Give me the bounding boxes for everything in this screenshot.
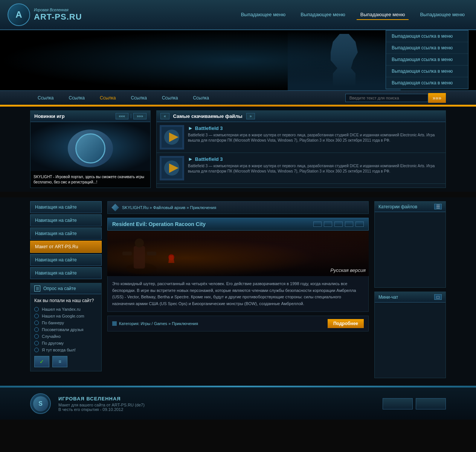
site-footer: S ИГРОВАЯ ВСЕЛЕННАЯ Макет для вашего сай… [0, 387, 476, 420]
left-nav-1[interactable]: Навигация на сайте [30, 201, 102, 213]
footer-line2: В честь его открытия - 09.10.2012 [58, 407, 375, 412]
sec-nav-4[interactable]: Ссылка [123, 90, 154, 105]
art-icon-1[interactable] [313, 221, 322, 227]
search-button[interactable]: »»» [428, 93, 446, 103]
poll-radio-2[interactable] [34, 314, 39, 318]
poll-icon: ☰ [34, 286, 40, 292]
poll-option-7: Я тут всегда был! [34, 348, 98, 352]
left-nav-6[interactable]: Навигация на сайте [30, 267, 102, 279]
nav-item-4[interactable]: Выпадающее меню [416, 10, 468, 20]
dropdown-item-4[interactable]: Выпадающая ссылка в меню [386, 66, 468, 77]
search-input[interactable] [345, 94, 428, 102]
poll-buttons: ✓ ≡ [34, 356, 98, 367]
secondary-nav: Ссылка Ссылка Ссылка Ссылка Ссылка Ссылк… [0, 90, 476, 105]
poll-vote-btn[interactable]: ✓ [34, 356, 49, 367]
files-section: Категории файлов ☰ [374, 201, 446, 288]
poll-radio-3[interactable] [34, 321, 39, 325]
sec-nav-2[interactable]: Ссылка [61, 90, 92, 105]
sec-nav-3[interactable]: Ссылка [92, 90, 123, 105]
nav-item-3[interactable]: Выпадающее меню [357, 10, 409, 20]
article-icons [313, 221, 364, 227]
art-icon-2[interactable] [324, 221, 332, 227]
art-icon-4[interactable] [345, 221, 353, 227]
center-article: SKYLIGHT.Ru » Файловый архив » Приключен… [107, 201, 369, 382]
new-games-next[interactable]: »»» [133, 113, 146, 119]
dl-arrow-2: ► [188, 156, 193, 162]
svg-point-10 [135, 238, 144, 247]
chat-body [375, 302, 445, 378]
dl-desc-2: Battlefield 3 — компьютерная игра в жанр… [188, 163, 442, 174]
dropdown-item-3[interactable]: Выпадающая ссылка в меню [386, 54, 468, 66]
new-games-prev[interactable]: ««« [116, 113, 129, 119]
poll-body: Как вы попали на наш сайт? Нашел на Yand… [31, 294, 101, 371]
left-nav-2[interactable]: Навигация на сайте [30, 214, 102, 226]
art-icon-5[interactable] [355, 221, 364, 227]
arrow-separator: | [130, 113, 131, 119]
game-thumb-inner [75, 133, 105, 163]
dl-name-2[interactable]: Battlefield 3 [195, 156, 223, 162]
chat-header: Мини-чат □ [375, 292, 445, 302]
sec-nav-1[interactable]: Ссылка [30, 90, 61, 105]
footer-buttons [383, 398, 446, 409]
new-games-title: Новинки игр [34, 113, 65, 119]
dropdown-item-2[interactable]: Выпадающая ссылка в меню [386, 42, 468, 54]
poll-results-btn[interactable]: ≡ [52, 356, 67, 367]
footer-line1: Макет для вашего сайта от ART-PS.RU (de7… [58, 403, 375, 407]
poll-label-6: По другому [42, 341, 64, 345]
download-item-2: ► Battlefield 3 Battlefield 3 — компьюте… [157, 153, 445, 184]
article-footer: Категория: Игры / Games » Приключения По… [107, 316, 369, 331]
dl-content-1: ► Battlefield 3 Battlefield 3 — компьюте… [188, 125, 442, 150]
breadcrumb: SKYLIGHT.Ru » Файловый архив » Приключен… [107, 201, 369, 214]
art-icon-3[interactable] [334, 221, 343, 227]
sec-nav-5[interactable]: Ссылка [154, 90, 185, 105]
svg-rect-12 [147, 252, 156, 255]
left-nav-3[interactable]: Навигация на сайте [30, 228, 102, 240]
files-body [375, 212, 445, 287]
poll-option-6: По другому [34, 341, 98, 345]
left-nav-4[interactable]: Макет от ART-PS.Ru [30, 241, 102, 253]
poll-radio-4[interactable] [34, 327, 39, 332]
nav-item-2[interactable]: Выпадающее меню [297, 10, 349, 20]
poll-list-icon: ≡ [58, 359, 61, 364]
poll-radio-6[interactable] [34, 341, 39, 345]
chat-title: Мини-чат [378, 295, 398, 300]
dropdown-item-5[interactable]: Выпадающая ссылка в меню [386, 77, 468, 89]
poll-radio-7[interactable] [34, 348, 39, 352]
poll-header: ☰ Опрос на сайте [31, 283, 101, 294]
downloads-next[interactable]: » [246, 113, 255, 119]
new-games-nav: ««« | »»» [116, 113, 147, 119]
chat-icon: □ [434, 294, 442, 300]
new-games-header: Новинки игр ««« | »»» [31, 111, 150, 122]
dropdown-item-1[interactable]: Выпадающая ссылка в меню [386, 31, 468, 42]
poll-option-5: Случайно [34, 334, 98, 339]
dl-title-1: ► Battlefield 3 [188, 125, 442, 131]
poll-label-1: Нашел на Yandex.ru [42, 307, 81, 312]
more-button[interactable]: Подробнее [328, 319, 364, 328]
sec-nav-6[interactable]: Ссылка [185, 90, 216, 105]
nav-item-1[interactable]: Выпадающее меню [237, 10, 290, 20]
poll-label-2: Нашел на Google.com [42, 314, 84, 318]
downloads-prev[interactable]: « [160, 113, 169, 119]
breadcrumb-text: SKYLIGHT.Ru » Файловый архив » Приключен… [122, 205, 216, 210]
poll-radio-5[interactable] [34, 334, 39, 339]
logo-area: A Игровая Вселенная ART-PS.RU [0, 3, 121, 26]
top-bar: A Игровая Вселенная ART-PS.RU Выпадающее… [0, 0, 476, 30]
footer-logo-inner: S [33, 396, 48, 411]
footer-title: ИГРОВАЯ ВСЕЛЕННАЯ [58, 396, 375, 402]
russian-version-badge: Русская версия [330, 267, 366, 273]
poll-radio-1[interactable] [34, 307, 39, 312]
dl-content-2: ► Battlefield 3 Battlefield 3 — компьюте… [188, 156, 442, 180]
hero-figure [288, 30, 401, 90]
game-thumbnail [31, 122, 150, 171]
poll-label-7: Я тут всегда был! [42, 348, 76, 352]
poll-label-4: Посоветовали друзья [42, 327, 83, 332]
dl-name-1[interactable]: Battlefield 3 [195, 125, 223, 131]
footer-btn-2[interactable] [416, 398, 446, 409]
right-sidebar: Категории файлов ☰ Мини-чат □ [374, 201, 446, 382]
footer-btn-1[interactable] [383, 398, 413, 409]
poll-option-3: По баннеру [34, 321, 98, 325]
dl-thumb-2 [160, 156, 184, 180]
search-area: »»» [345, 93, 446, 103]
game-thumb-img [68, 130, 113, 167]
left-nav-5[interactable]: Навигация на сайте [30, 254, 102, 266]
